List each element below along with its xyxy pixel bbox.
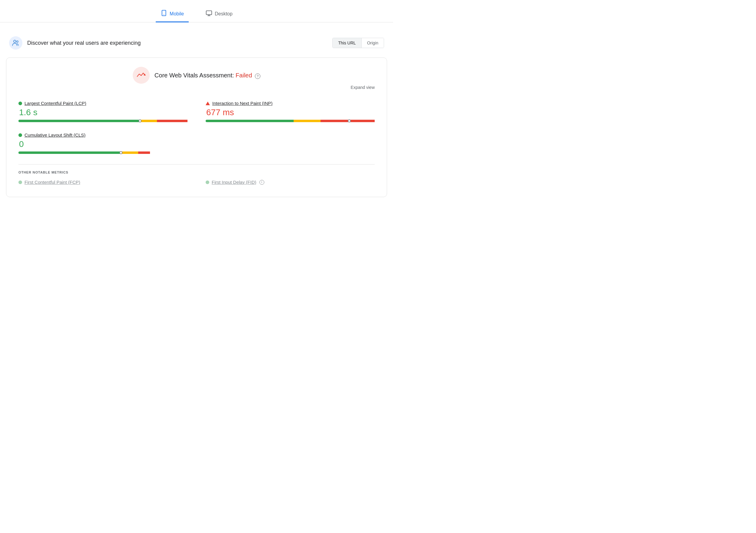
assessment-header: Core Web Vitals Assessment: Failed ? Exp… [18,67,375,94]
fid-link[interactable]: First Input Delay (FID) [212,179,256,185]
svg-rect-2 [206,11,212,15]
other-metrics-label: OTHER NOTABLE METRICS [18,171,375,174]
svg-point-4 [17,41,18,42]
lcp-bar [18,120,187,122]
cls-marker-dot [120,151,122,154]
tab-mobile[interactable]: Mobile [156,6,189,22]
inp-value: 677 ms [206,108,375,117]
main-card: Core Web Vitals Assessment: Failed ? Exp… [6,57,387,197]
lcp-link[interactable]: Largest Contentful Paint (LCP) [24,101,86,106]
lcp-bar-red [157,120,187,122]
assessment-icon-bg [133,67,150,84]
mobile-icon [161,10,167,18]
inp-marker [349,118,350,124]
inp-block: Interaction to Next Paint (INP) 677 ms [206,101,375,123]
help-icon[interactable]: ? [255,73,260,79]
inp-bar-yellow [294,120,321,122]
section-divider [18,164,375,165]
fid-item: First Input Delay (FID) i [206,179,375,185]
cls-value: 0 [19,139,189,149]
cls-section: Cumulative Layout Shift (CLS) 0 [18,132,375,155]
svg-point-1 [164,14,164,15]
fcp-dot [18,180,22,184]
other-metrics-grid: First Contentful Paint (FCP) First Input… [18,179,375,185]
inp-bar-green [206,120,294,122]
lcp-value: 1.6 s [19,108,187,117]
inp-label: Interaction to Next Paint (INP) [206,101,375,106]
inp-bar [206,120,375,122]
cls-status-dot [18,133,22,137]
lcp-status-dot [18,102,22,105]
cls-block: Cumulative Layout Shift (CLS) 0 [18,132,189,155]
origin-btn[interactable]: Origin [361,38,384,48]
assessment-title: Core Web Vitals Assessment: Failed ? [154,72,260,79]
cls-bar [18,151,189,154]
lcp-marker-dot [139,120,142,122]
lcp-bar-yellow [140,120,157,122]
this-url-btn[interactable]: This URL [333,38,361,48]
cls-bar-yellow [121,151,138,154]
inp-marker-dot [348,120,351,122]
expand-view-btn[interactable]: Expand view [18,85,375,90]
lcp-label: Largest Contentful Paint (LCP) [18,101,187,106]
tabs-bar: Mobile Desktop [0,6,393,22]
lcp-marker [139,118,141,124]
fid-info-icon[interactable]: i [259,180,264,185]
cls-link[interactable]: Cumulative Layout Shift (CLS) [24,132,86,138]
assessment-row: Core Web Vitals Assessment: Failed ? [133,67,260,84]
fid-dot [206,180,209,184]
url-origin-toggle[interactable]: This URL Origin [332,38,384,48]
header-title: Discover what your real users are experi… [27,40,141,46]
inp-status-icon [206,102,210,105]
tab-desktop-label: Desktop [215,11,232,17]
tab-mobile-label: Mobile [170,11,184,17]
cls-bar-green [18,151,121,154]
svg-point-3 [14,40,16,42]
cls-label: Cumulative Layout Shift (CLS) [18,132,189,138]
cls-marker [121,150,122,155]
lcp-bar-green [18,120,140,122]
inp-link[interactable]: Interaction to Next Paint (INP) [212,101,272,106]
assessment-status: Failed [235,72,252,79]
cls-bar-red [138,151,150,154]
lcp-block: Largest Contentful Paint (LCP) 1.6 s [18,101,187,123]
metrics-grid: Largest Contentful Paint (LCP) 1.6 s Int… [18,101,375,123]
header-left: Discover what your real users are experi… [9,36,141,50]
users-icon-circle [9,36,22,50]
desktop-icon [206,10,212,18]
fcp-item: First Contentful Paint (FCP) [18,179,187,185]
fcp-link[interactable]: First Contentful Paint (FCP) [24,179,80,185]
tab-desktop[interactable]: Desktop [201,6,237,22]
header-row: Discover what your real users are experi… [0,32,393,54]
